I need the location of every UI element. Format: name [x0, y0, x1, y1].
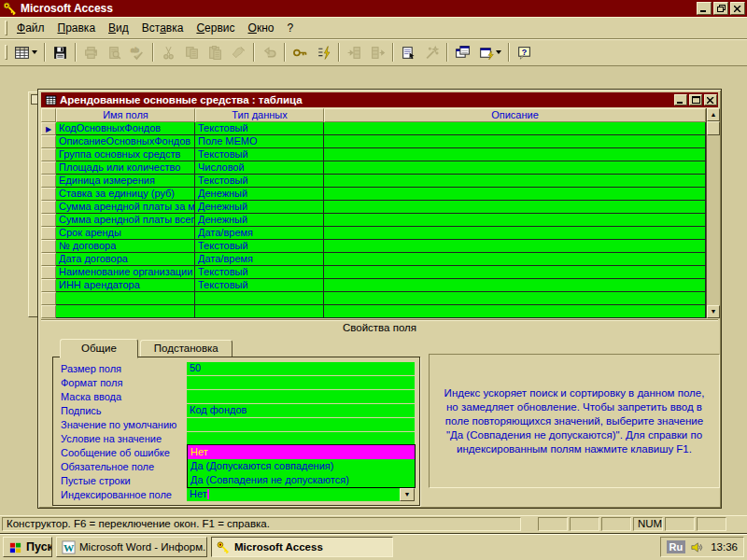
- menu-?[interactable]: ?: [280, 19, 300, 37]
- field-name-cell[interactable]: Ставка за единицу (руб): [56, 188, 195, 201]
- properties-button[interactable]: [397, 41, 420, 63]
- description-cell[interactable]: [324, 240, 706, 253]
- field-name-cell[interactable]: ОписаниеОсновныхФондов: [56, 135, 195, 148]
- row-selector[interactable]: [41, 188, 56, 201]
- dropdown-item[interactable]: Да (Допускаются совпадения): [188, 459, 415, 473]
- data-type-cell[interactable]: Денежный: [195, 188, 324, 201]
- close-button[interactable]: [730, 2, 745, 15]
- property-value-field[interactable]: [187, 376, 415, 389]
- help-button[interactable]: ?: [513, 41, 536, 63]
- column-header-1[interactable]: Имя поля: [56, 108, 195, 122]
- tab-Общие[interactable]: Общие: [60, 339, 138, 358]
- dropdown-item[interactable]: Да (Совпадения не допускаются): [188, 473, 415, 487]
- menu-Окно[interactable]: Окно: [242, 19, 281, 37]
- data-type-cell[interactable]: Текстовый: [195, 175, 324, 188]
- row-selector[interactable]: [41, 305, 56, 318]
- property-value-field[interactable]: [187, 390, 415, 403]
- scroll-up-button[interactable]: ▲: [707, 108, 720, 121]
- toolbar-grip[interactable]: [5, 21, 7, 35]
- field-name-cell[interactable]: Площадь или количество: [56, 161, 195, 175]
- description-cell[interactable]: [324, 253, 706, 266]
- field-name-cell[interactable]: Сумма арендной платы всег: [56, 214, 195, 227]
- row-selector[interactable]: [41, 279, 56, 292]
- property-value-field[interactable]: Код фондов: [187, 404, 415, 417]
- new-object-button[interactable]: [474, 41, 505, 63]
- row-selector[interactable]: [41, 135, 56, 148]
- field-name-cell[interactable]: Дата договора: [56, 253, 195, 266]
- dropdown-item[interactable]: Нет: [188, 445, 415, 459]
- row-selector[interactable]: [41, 292, 56, 305]
- property-value-field[interactable]: [187, 418, 415, 431]
- combo-dropdown-arrow[interactable]: ▼: [400, 488, 415, 501]
- restore-button[interactable]: [713, 2, 728, 15]
- toolbar-grip[interactable]: [5, 45, 7, 60]
- data-type-cell[interactable]: Текстовый: [195, 148, 324, 161]
- field-name-cell[interactable]: Срок аренды: [56, 227, 195, 240]
- row-selector[interactable]: [41, 227, 56, 240]
- data-type-cell[interactable]: Текстовый: [195, 122, 324, 135]
- menu-Вид[interactable]: Вид: [102, 19, 135, 37]
- taskbar-button-access[interactable]: Microsoft Access: [211, 537, 393, 557]
- data-type-cell[interactable]: [195, 292, 324, 305]
- description-cell[interactable]: [324, 161, 706, 175]
- menu-Вставка[interactable]: Вставка: [135, 19, 190, 37]
- row-selector[interactable]: [41, 201, 56, 214]
- data-type-cell[interactable]: Дата/время: [195, 253, 324, 266]
- field-name-cell[interactable]: Сумма арендной платы за м: [56, 201, 195, 214]
- doc-minimize-button[interactable]: [674, 94, 687, 105]
- doc-maximize-button[interactable]: [689, 94, 702, 105]
- data-type-cell[interactable]: Текстовый: [195, 266, 324, 279]
- scroll-down-button[interactable]: ▼: [707, 305, 720, 318]
- row-selector[interactable]: [41, 161, 56, 175]
- tab-Подстановка[interactable]: Подстановка: [140, 340, 233, 357]
- row-selector[interactable]: [41, 214, 56, 227]
- description-cell[interactable]: [324, 305, 706, 318]
- description-cell[interactable]: [324, 292, 706, 305]
- language-indicator[interactable]: Ru: [667, 540, 686, 553]
- data-type-cell[interactable]: Числовой: [195, 161, 324, 175]
- row-selector[interactable]: [41, 240, 56, 253]
- field-name-cell[interactable]: ИНН арендатора: [56, 279, 195, 292]
- field-name-cell[interactable]: Единица измерения: [56, 175, 195, 188]
- scroll-thumb[interactable]: [707, 121, 720, 135]
- data-type-cell[interactable]: Денежный: [195, 201, 324, 214]
- field-name-cell[interactable]: Наименование организации: [56, 266, 195, 279]
- taskbar-button-word[interactable]: WMicrosoft Word - Информ...: [56, 537, 207, 557]
- description-cell[interactable]: [324, 214, 706, 227]
- row-selector[interactable]: [41, 266, 56, 279]
- data-type-cell[interactable]: Дата/время: [195, 227, 324, 240]
- row-selector[interactable]: [41, 148, 56, 161]
- description-cell[interactable]: [324, 135, 706, 148]
- row-selector[interactable]: [41, 175, 56, 188]
- description-cell[interactable]: [324, 266, 706, 279]
- field-name-cell[interactable]: [56, 305, 195, 318]
- data-type-cell[interactable]: Денежный: [195, 214, 324, 227]
- description-cell[interactable]: [324, 148, 706, 161]
- column-header-3[interactable]: Описание: [324, 108, 706, 122]
- column-header-2[interactable]: Тип данных: [195, 108, 324, 122]
- row-selector[interactable]: ▶: [41, 122, 56, 135]
- primary-key-button[interactable]: [289, 41, 312, 63]
- menu-Файл[interactable]: Файл: [10, 19, 51, 37]
- row-selector[interactable]: [41, 253, 56, 266]
- data-type-cell[interactable]: Текстовый: [195, 240, 324, 253]
- start-button[interactable]: Пуск: [3, 537, 52, 557]
- field-name-cell[interactable]: Группа основных средств: [56, 148, 195, 161]
- save-button[interactable]: [49, 41, 72, 63]
- menu-Правка[interactable]: Правка: [51, 19, 103, 37]
- data-type-cell[interactable]: [195, 305, 324, 318]
- field-name-cell[interactable]: КодОсновныхФондов: [56, 122, 195, 135]
- description-cell[interactable]: [324, 188, 706, 201]
- property-value-field[interactable]: Нет▼: [187, 488, 415, 501]
- field-name-cell[interactable]: № договора: [56, 240, 195, 253]
- description-cell[interactable]: [324, 122, 706, 135]
- table-view-button[interactable]: [10, 41, 41, 63]
- grid-vertical-scrollbar[interactable]: ▲ ▼: [706, 108, 720, 318]
- property-value-field[interactable]: 50: [187, 362, 415, 375]
- database-window-button[interactable]: [451, 41, 474, 63]
- data-type-cell[interactable]: Текстовый: [195, 279, 324, 292]
- description-cell[interactable]: [324, 175, 706, 188]
- indexes-button[interactable]: [312, 41, 335, 63]
- doc-close-button[interactable]: [704, 94, 717, 105]
- property-value-field[interactable]: [187, 432, 415, 445]
